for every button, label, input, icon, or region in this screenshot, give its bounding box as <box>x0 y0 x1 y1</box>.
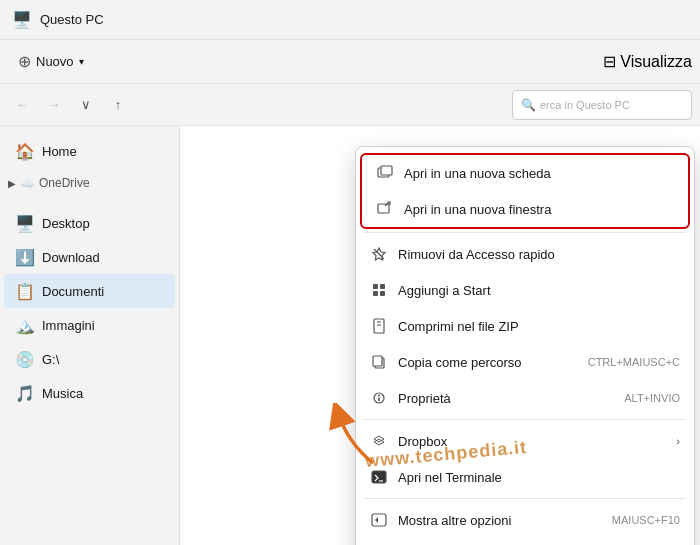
back-icon: ← <box>16 97 29 112</box>
ctx-bottom-row <box>356 538 694 545</box>
context-menu: Apri in una nuova scheda Apri in una nuo… <box>355 146 695 545</box>
expand-icon: ▶ <box>8 178 16 189</box>
forward-icon: → <box>48 97 61 112</box>
musica-label: Musica <box>42 386 83 401</box>
desktop-icon: 🖥️ <box>16 214 34 232</box>
dropbox-arrow-icon: › <box>676 435 680 447</box>
onedrive-icon: ☁️ <box>20 176 35 190</box>
visualize-btn[interactable]: ⊟ Visualizza <box>603 52 692 71</box>
up-icon: ↑ <box>115 97 122 112</box>
toolbar: ⊕ Nuovo ▾ ⊟ Visualizza <box>0 40 700 84</box>
visualize-icon: ⊟ <box>603 52 616 71</box>
onedrive-label: OneDrive <box>39 176 90 190</box>
titlebar: 🖥️ Questo PC <box>0 0 700 40</box>
svg-rect-8 <box>374 319 384 333</box>
desktop-label: Desktop <box>42 216 90 231</box>
compress-zip-label: Comprimi nel file ZIP <box>398 319 519 334</box>
ctx-open-terminal[interactable]: Apri nel Terminale <box>356 459 694 495</box>
immagini-label: Immagini <box>42 318 95 333</box>
immagini-icon: 🏔️ <box>16 316 34 334</box>
svg-rect-20 <box>372 514 386 526</box>
terminal-icon <box>370 468 388 486</box>
sidebar-item-musica[interactable]: 🎵 Musica <box>4 376 175 410</box>
more-options-label: Mostra altre opzioni <box>398 513 511 528</box>
svg-rect-2 <box>378 204 389 213</box>
add-start-label: Aggiungi a Start <box>398 283 491 298</box>
g-label: G:\ <box>42 352 59 367</box>
download-icon: ⬇️ <box>16 248 34 266</box>
svg-rect-7 <box>380 291 385 296</box>
documenti-label: Documenti <box>42 284 104 299</box>
separator-2 <box>364 419 686 420</box>
more-options-shortcut: MAIUSC+F10 <box>612 514 680 526</box>
forward-button[interactable]: → <box>40 91 68 119</box>
sidebar-group-onedrive[interactable]: ▶ ☁️ OneDrive <box>0 168 179 198</box>
more-options-icon <box>370 511 388 529</box>
ctx-compress-zip[interactable]: Comprimi nel file ZIP <box>356 308 694 344</box>
copy-path-label: Copia come percorso <box>398 355 522 370</box>
main-layout: 🏠 Home ▶ ☁️ OneDrive 🖥️ Desktop ⬇️ Downl… <box>0 126 700 545</box>
properties-shortcut: ALT+INVIO <box>624 392 680 404</box>
remove-quick-access-icon <box>370 245 388 263</box>
svg-point-14 <box>378 395 380 397</box>
down-arrow-icon: ∨ <box>81 97 91 112</box>
home-label: Home <box>42 144 77 159</box>
titlebar-icon: 🖥️ <box>12 10 32 30</box>
ctx-add-start[interactable]: Aggiungi a Start <box>356 272 694 308</box>
ctx-open-new-window[interactable]: Apri in una nuova finestra <box>362 191 688 227</box>
sidebar-item-g[interactable]: 💿 G:\ <box>4 342 175 376</box>
highlight-box: Apri in una nuova scheda Apri in una nuo… <box>360 153 690 229</box>
dropbox-label: Dropbox <box>398 434 447 449</box>
remove-quick-access-label: Rimuovi da Accesso rapido <box>398 247 555 262</box>
open-window-label: Apri in una nuova finestra <box>404 202 551 217</box>
sidebar-item-home[interactable]: 🏠 Home <box>4 134 175 168</box>
copy-path-shortcut: CTRL+MAIUSC+C <box>588 356 680 368</box>
svg-rect-4 <box>373 284 378 289</box>
ctx-remove-quick-access[interactable]: Rimuovi da Accesso rapido <box>356 236 694 272</box>
musica-icon: 🎵 <box>16 384 34 402</box>
titlebar-title: Questo PC <box>40 12 104 27</box>
open-window-icon <box>376 200 394 218</box>
navbars: ← → ∨ ↑ 🔍 erca in Questo PC <box>0 84 700 126</box>
sidebar: 🏠 Home ▶ ☁️ OneDrive 🖥️ Desktop ⬇️ Downl… <box>0 126 180 545</box>
plus-icon: ⊕ <box>18 52 31 71</box>
svg-rect-12 <box>373 356 382 366</box>
open-tab-icon <box>376 164 394 182</box>
dropbox-icon <box>370 432 388 450</box>
visualize-label: Visualizza <box>620 53 692 71</box>
content-area: 🖥️ 💾 Apri in una nuova scheda <box>180 126 700 545</box>
ctx-open-new-tab[interactable]: Apri in una nuova scheda <box>362 155 688 191</box>
svg-rect-1 <box>381 166 392 175</box>
documenti-icon: 📋 <box>16 282 34 300</box>
search-box[interactable]: 🔍 erca in Questo PC <box>512 90 692 120</box>
ctx-dropbox[interactable]: Dropbox › <box>356 423 694 459</box>
svg-rect-6 <box>373 291 378 296</box>
properties-label: Proprietà <box>398 391 451 406</box>
ctx-more-options[interactable]: Mostra altre opzioni MAIUSC+F10 <box>356 502 694 538</box>
sidebar-item-documenti[interactable]: 📋 Documenti <box>4 274 175 308</box>
new-label: Nuovo <box>36 54 74 69</box>
home-icon: 🏠 <box>16 142 34 160</box>
new-dropdown-arrow: ▾ <box>79 56 84 67</box>
back-button[interactable]: ← <box>8 91 36 119</box>
dropdown-button[interactable]: ∨ <box>72 91 100 119</box>
download-label: Download <box>42 250 100 265</box>
add-start-icon <box>370 281 388 299</box>
g-icon: 💿 <box>16 350 34 368</box>
separator-1 <box>364 232 686 233</box>
separator-3 <box>364 498 686 499</box>
open-tab-label: Apri in una nuova scheda <box>404 166 551 181</box>
copy-path-icon <box>370 353 388 371</box>
sidebar-item-immagini[interactable]: 🏔️ Immagini <box>4 308 175 342</box>
ctx-properties[interactable]: Proprietà ALT+INVIO <box>356 380 694 416</box>
ctx-copy-path[interactable]: Copia come percorso CTRL+MAIUSC+C <box>356 344 694 380</box>
compress-zip-icon <box>370 317 388 335</box>
new-button[interactable]: ⊕ Nuovo ▾ <box>8 46 94 78</box>
open-terminal-label: Apri nel Terminale <box>398 470 502 485</box>
sidebar-item-download[interactable]: ⬇️ Download <box>4 240 175 274</box>
search-icon: 🔍 <box>521 98 536 112</box>
svg-rect-5 <box>380 284 385 289</box>
up-button[interactable]: ↑ <box>104 91 132 119</box>
properties-icon <box>370 389 388 407</box>
sidebar-item-desktop[interactable]: 🖥️ Desktop <box>4 206 175 240</box>
